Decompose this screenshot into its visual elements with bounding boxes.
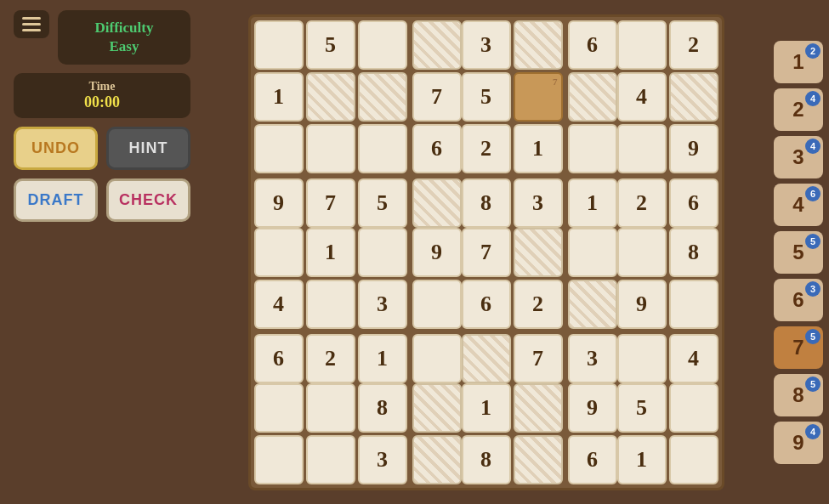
number-button-6[interactable]: 63 <box>774 279 823 321</box>
cell[interactable]: 3 <box>568 334 617 383</box>
cell[interactable]: 6 <box>412 124 462 173</box>
cell[interactable] <box>568 228 617 277</box>
cell[interactable] <box>412 280 462 329</box>
cell[interactable] <box>669 383 718 433</box>
cell[interactable]: 4 <box>617 72 667 122</box>
cell[interactable] <box>254 20 304 70</box>
cell[interactable]: 3 <box>358 435 407 484</box>
cell[interactable]: 4 <box>254 280 304 329</box>
cell[interactable] <box>568 124 617 173</box>
number-badge: 4 <box>805 424 820 439</box>
cell[interactable] <box>306 280 355 329</box>
cell[interactable] <box>412 383 462 433</box>
cell[interactable] <box>254 124 304 173</box>
cell[interactable] <box>306 72 355 122</box>
cell[interactable] <box>669 280 718 329</box>
cell[interactable]: 1 <box>358 334 407 383</box>
number-button-9[interactable]: 94 <box>774 422 823 464</box>
cell[interactable] <box>617 334 667 383</box>
number-button-2[interactable]: 24 <box>774 88 823 131</box>
cell[interactable] <box>358 124 407 173</box>
cell[interactable]: 5 <box>617 383 667 433</box>
cell[interactable]: 7 <box>306 178 355 228</box>
cell[interactable]: 2 <box>462 124 511 173</box>
cell[interactable] <box>306 124 355 173</box>
cell[interactable]: 9 <box>669 124 718 173</box>
cell[interactable]: 8 <box>669 228 718 277</box>
cell[interactable]: 6 <box>254 334 304 383</box>
number-button-8[interactable]: 85 <box>774 374 823 416</box>
cell[interactable] <box>617 20 667 70</box>
number-button-3[interactable]: 34 <box>774 136 823 178</box>
cell[interactable]: 2 <box>514 280 563 329</box>
cell[interactable] <box>306 435 355 484</box>
cell[interactable]: 5 <box>462 72 511 122</box>
cell[interactable] <box>254 383 304 433</box>
number-button-7[interactable]: 75 <box>774 326 823 369</box>
cell[interactable]: 1 <box>617 435 667 484</box>
cell[interactable] <box>514 20 563 70</box>
hint-button[interactable]: HINT <box>106 127 190 170</box>
number-button-5[interactable]: 55 <box>774 231 823 274</box>
cell[interactable]: 7 <box>412 72 462 122</box>
undo-button[interactable]: UNDO <box>14 127 98 170</box>
cell[interactable] <box>514 435 563 484</box>
cell[interactable]: 6 <box>568 435 617 484</box>
cell[interactable] <box>412 334 462 383</box>
cell[interactable]: 9 <box>617 280 667 329</box>
cell[interactable] <box>254 228 304 277</box>
cell[interactable] <box>412 435 462 484</box>
cell[interactable]: 6 <box>568 20 617 70</box>
cell[interactable]: 5 <box>306 20 355 70</box>
cell[interactable] <box>669 435 718 484</box>
cell[interactable]: 6 <box>669 178 718 228</box>
cell[interactable] <box>568 280 617 329</box>
cell[interactable]: 8 <box>358 383 407 433</box>
cell[interactable]: 5 <box>358 178 407 228</box>
cell[interactable]: 1 <box>462 383 511 433</box>
cell[interactable]: 3 <box>514 178 563 228</box>
cell[interactable]: 1 <box>514 124 563 173</box>
cell[interactable]: 9 <box>568 383 617 433</box>
cell[interactable]: 8 <box>462 435 511 484</box>
cell[interactable] <box>358 228 407 277</box>
number-button-1[interactable]: 12 <box>774 41 823 83</box>
number-badge: 4 <box>805 91 820 106</box>
cell[interactable] <box>617 124 667 173</box>
draft-button[interactable]: DRAFT <box>14 178 98 222</box>
cell[interactable] <box>306 383 355 433</box>
number-badge: 3 <box>805 281 820 297</box>
cell[interactable]: 9 <box>254 178 304 228</box>
number-badge: 5 <box>805 329 820 344</box>
cell[interactable]: 7 <box>514 334 563 383</box>
cell[interactable]: 2 <box>306 334 355 383</box>
cell[interactable]: 7 <box>462 228 511 277</box>
number-button-4[interactable]: 46 <box>774 184 823 226</box>
cell[interactable] <box>412 20 462 70</box>
cell[interactable]: 2 <box>669 20 718 70</box>
cell[interactable]: 2 <box>617 178 667 228</box>
cell[interactable] <box>617 228 667 277</box>
cell[interactable]: 7 <box>514 72 563 122</box>
cell[interactable] <box>514 383 563 433</box>
cell[interactable] <box>412 178 462 228</box>
cell[interactable]: 6 <box>462 280 511 329</box>
cell[interactable] <box>254 435 304 484</box>
cell[interactable]: 1 <box>306 228 355 277</box>
cell[interactable] <box>358 20 407 70</box>
cell[interactable] <box>669 72 718 122</box>
cell[interactable] <box>358 72 407 122</box>
left-panel: Difficulty Easy Time 00:00 UNDO HINT DRA… <box>0 0 204 504</box>
cell[interactable]: 9 <box>412 228 462 277</box>
cell[interactable]: 4 <box>669 334 718 383</box>
check-button[interactable]: CHECK <box>106 178 190 222</box>
cell[interactable]: 3 <box>462 20 511 70</box>
menu-button[interactable] <box>14 10 49 38</box>
cell[interactable]: 1 <box>568 178 617 228</box>
cell[interactable] <box>514 228 563 277</box>
cell[interactable]: 3 <box>358 280 407 329</box>
cell[interactable] <box>568 72 617 122</box>
cell[interactable]: 8 <box>462 178 511 228</box>
cell[interactable] <box>462 334 511 383</box>
cell[interactable]: 1 <box>254 72 304 122</box>
